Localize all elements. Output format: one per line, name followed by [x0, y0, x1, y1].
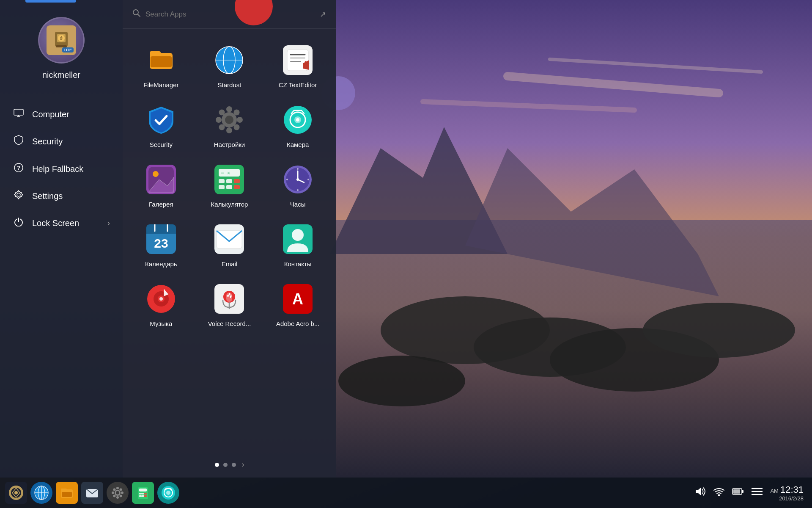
- page-dot-3[interactable]: [232, 463, 236, 467]
- username: nickmeller: [42, 70, 80, 80]
- app-icon-acrobat: A: [281, 282, 315, 316]
- sidebar-item-help[interactable]: ? Help Fallback: [0, 155, 123, 182]
- sidebar-item-lockscreen[interactable]: Lock Screen ›: [0, 210, 123, 237]
- svg-point-40: [225, 116, 233, 124]
- clock-ampm: AM: [770, 488, 779, 494]
- expand-icon[interactable]: ↗: [320, 10, 326, 19]
- svg-point-131: [718, 494, 720, 497]
- app-item-filemanager[interactable]: FileManager: [127, 37, 195, 97]
- sidebar-computer-label: Computer: [32, 110, 110, 119]
- app-grid: FileManagerStardustCZ TextEditorSecurity…: [123, 29, 336, 455]
- app-item-acrobat[interactable]: AAdobe Acro b...: [263, 276, 332, 336]
- svg-rect-122: [142, 493, 144, 494]
- app-icon-email: [212, 222, 246, 256]
- taskbar-camera[interactable]: [157, 482, 179, 504]
- app-icon-stardust: [212, 43, 246, 77]
- app-name-music: Музыка: [150, 320, 172, 327]
- svg-rect-124: [139, 495, 142, 497]
- svg-point-86: [292, 229, 304, 241]
- svg-point-113: [112, 491, 114, 494]
- taskbar-system-tray: AM 12:31 2016/2/28: [686, 484, 812, 502]
- page-dot-1[interactable]: [215, 463, 219, 467]
- app-icon-voice: [212, 282, 246, 316]
- svg-point-22: [17, 193, 20, 196]
- sidebar-item-computer[interactable]: Computer: [0, 101, 123, 127]
- svg-rect-107: [62, 492, 72, 497]
- app-item-contacts[interactable]: Контакты: [263, 216, 332, 276]
- svg-point-129: [166, 491, 170, 495]
- svg-point-111: [116, 487, 119, 489]
- app-item-cztexteditor[interactable]: CZ TextEditor: [263, 37, 332, 97]
- taskbar-settings[interactable]: [107, 482, 129, 504]
- svg-point-8: [643, 303, 795, 358]
- app-name-clock: Часы: [290, 201, 306, 208]
- svg-text:₿: ₿: [60, 36, 63, 41]
- app-item-stardust[interactable]: Stardust: [195, 37, 264, 97]
- shield-icon: [13, 135, 25, 148]
- app-item-voice[interactable]: Voice Record...: [195, 276, 264, 336]
- app-icon-security: [144, 103, 178, 137]
- app-icon-calculator: –×: [212, 163, 246, 196]
- menu-overlay: ₿ LITE nickmeller Computer: [0, 0, 336, 478]
- taskbar-calculator[interactable]: [132, 482, 154, 504]
- svg-rect-62: [234, 179, 240, 183]
- help-icon: ?: [13, 163, 25, 175]
- battery-icon[interactable]: [732, 487, 744, 499]
- top-accent-bar: [25, 0, 76, 3]
- svg-text:–: –: [221, 169, 224, 176]
- app-icon-calendar: 23: [144, 222, 178, 256]
- svg-rect-27: [151, 56, 172, 67]
- taskbar-browser[interactable]: [30, 482, 52, 504]
- svg-line-24: [138, 14, 140, 17]
- svg-rect-65: [234, 185, 240, 189]
- app-item-kamera[interactable]: Камера: [263, 97, 332, 157]
- svg-point-112: [116, 496, 119, 499]
- sidebar-item-settings[interactable]: Settings: [0, 182, 123, 210]
- svg-point-23: [133, 10, 138, 15]
- page-dot-2[interactable]: [223, 463, 228, 467]
- svg-point-76: [307, 179, 309, 180]
- taskbar-email[interactable]: [81, 482, 103, 504]
- app-item-nastroyki[interactable]: Настройки: [195, 97, 264, 157]
- page-next-icon[interactable]: ›: [242, 460, 244, 469]
- search-input[interactable]: [145, 10, 315, 19]
- taskbar-launcher[interactable]: [5, 482, 27, 504]
- taskbar-filemanager[interactable]: [56, 482, 78, 504]
- app-item-calendar[interactable]: 23Календарь: [127, 216, 195, 276]
- svg-rect-133: [742, 490, 743, 493]
- menu-icon[interactable]: [752, 487, 763, 498]
- app-name-security: Security: [150, 141, 173, 148]
- svg-point-43: [216, 117, 222, 123]
- search-bar: ↗: [123, 0, 336, 29]
- svg-point-114: [121, 491, 123, 494]
- app-name-voice: Voice Record...: [208, 320, 251, 327]
- sidebar-security-label: Security: [32, 137, 110, 146]
- settings-gear-icon: [13, 190, 25, 202]
- volume-icon[interactable]: [695, 486, 706, 499]
- app-icon-contacts: [281, 222, 315, 256]
- svg-rect-60: [219, 179, 225, 183]
- app-name-stardust: Stardust: [218, 81, 241, 88]
- svg-point-47: [234, 110, 240, 116]
- app-name-filemanager: FileManager: [143, 81, 178, 88]
- svg-point-90: [159, 297, 163, 301]
- svg-point-117: [120, 489, 122, 491]
- user-avatar[interactable]: ₿ LITE: [38, 17, 85, 64]
- avatar-badge: LITE: [62, 47, 74, 52]
- svg-rect-121: [139, 493, 142, 494]
- svg-rect-61: [226, 179, 232, 183]
- svg-text:A: A: [292, 290, 303, 308]
- app-item-calculator[interactable]: –×Калькулятор: [195, 157, 264, 216]
- sidebar-item-security[interactable]: Security: [0, 127, 123, 155]
- wifi-icon[interactable]: [713, 487, 724, 499]
- app-name-gallery: Галерея: [149, 201, 173, 208]
- app-item-clock[interactable]: Часы: [263, 157, 332, 216]
- svg-point-46: [234, 124, 240, 130]
- svg-rect-64: [226, 185, 232, 189]
- svg-point-73: [297, 168, 299, 170]
- app-item-music[interactable]: Музыка: [127, 276, 195, 336]
- app-item-security[interactable]: Security: [127, 97, 195, 157]
- app-icon-clock: [281, 163, 315, 196]
- app-item-gallery[interactable]: Галерея: [127, 157, 195, 216]
- app-item-email[interactable]: Email: [195, 216, 264, 276]
